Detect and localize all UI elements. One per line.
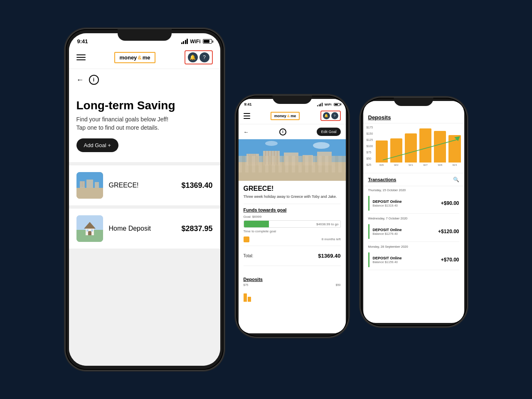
- chart-col-3: W/1: [405, 126, 417, 166]
- hamburger-menu[interactable]: [76, 54, 86, 60]
- battery-fill-2: [335, 104, 338, 105]
- svg-rect-29: [253, 154, 254, 165]
- greece-title: GREECE!: [244, 185, 341, 192]
- y-50: $50: [367, 157, 373, 160]
- hamburger-line-2-3: [244, 118, 250, 119]
- svg-rect-20: [303, 155, 313, 165]
- svg-rect-24: [271, 151, 272, 165]
- greece-image: [76, 172, 103, 199]
- svg-rect-7: [84, 181, 85, 187]
- svg-rect-28: [251, 154, 251, 165]
- svg-rect-13: [86, 229, 89, 232]
- phone-3-screen: Deposits $175 $150 $125 $100 $75 $50 $25…: [363, 101, 464, 323]
- signal-bar-2-3: [320, 103, 321, 106]
- info-button-2[interactable]: i: [279, 128, 286, 135]
- phones-container: 9:41 WiFi: [0, 0, 532, 399]
- battery-icon: [203, 39, 212, 44]
- add-goal-button[interactable]: Add Goal +: [76, 138, 118, 152]
- tx-info-1: DEPOSIT Online Balance $1319.40: [373, 200, 438, 207]
- signal-bars-2: [317, 103, 323, 106]
- hamburger-menu-2[interactable]: [244, 113, 250, 119]
- chart-bar-2: [390, 138, 402, 163]
- question-icon[interactable]: ?: [200, 52, 209, 62]
- wifi-icon: WiFi: [190, 39, 200, 44]
- chart-y-labels: $175 $150 $125 $100 $75 $50 $25: [367, 126, 373, 166]
- bell-icon[interactable]: 🔔: [188, 52, 198, 62]
- date-group-1: Thursday, 15 October 2020 DEPOSIT Online…: [363, 186, 464, 214]
- logo-box-2: money&me: [271, 112, 300, 120]
- svg-rect-30: [255, 154, 256, 165]
- chart-col-2: W/2: [390, 126, 402, 166]
- chart-bar-4: [419, 128, 431, 163]
- logo-amp-2: &: [287, 114, 290, 118]
- tx-type-3: DEPOSIT Online: [373, 256, 438, 260]
- y-100: $100: [367, 145, 373, 148]
- transactions-header: Transactions 🔍: [363, 173, 464, 186]
- back-arrow-2[interactable]: ←: [244, 129, 249, 135]
- status-icons-2: WiFi: [317, 103, 340, 106]
- home-image: [76, 215, 103, 242]
- logo-amp: &: [138, 54, 141, 61]
- phone2-content: GREECE! Three week holiday away to Greec…: [239, 139, 346, 333]
- total-row: Total: $1369.40: [244, 249, 341, 262]
- y-175: $175: [367, 126, 373, 129]
- chart-label-3: W/1: [409, 164, 413, 166]
- battery-fill: [204, 40, 209, 43]
- search-icon[interactable]: 🔍: [453, 177, 459, 182]
- page-subtitle: Find your financial goals below Jeff!Tap…: [76, 116, 213, 132]
- svg-rect-22: [265, 151, 266, 165]
- tx-info-3: DEPOSIT Online Balance $1159.40: [373, 256, 438, 264]
- tx-bar-1: [368, 196, 369, 211]
- hamburger-line-2-1: [244, 113, 250, 114]
- date-label-2: Wednesday, 7 October 2020: [368, 217, 459, 220]
- deposits-header: Deposits: [363, 109, 464, 123]
- hamburger-line-2-2: [244, 116, 250, 116]
- greece-desc: Three week holiday away to Greece with T…: [244, 194, 341, 200]
- svg-rect-27: [249, 154, 249, 165]
- tx-balance-2: Balance $1279.40: [373, 232, 435, 236]
- bell-icon-2[interactable]: 🔔: [323, 112, 330, 119]
- chart-bar-3: [405, 133, 417, 163]
- goal-card-greece[interactable]: GREECE! $1369.40: [69, 165, 220, 205]
- phone-1-notch: [118, 29, 172, 41]
- phone-2: 9:41 WiFi: [236, 96, 348, 337]
- chart-col-5: W/8: [434, 126, 446, 166]
- phone-1: 9:41 WiFi: [66, 29, 224, 370]
- progress-fill: [244, 221, 269, 227]
- chart-label-4: W/7: [423, 164, 428, 166]
- progress-remaining: $4638.99 to go: [316, 222, 338, 226]
- goal-name-greece: GREECE!: [109, 182, 176, 189]
- signal-bar-4: [187, 39, 188, 44]
- chart-col-4: W/7: [419, 126, 431, 166]
- question-icon-2[interactable]: ?: [331, 112, 338, 119]
- chart-label-2: W/2: [394, 164, 399, 166]
- edit-goal-button[interactable]: Edit Goal: [317, 128, 340, 136]
- back-arrow[interactable]: ←: [76, 76, 84, 84]
- goal-card-home[interactable]: Home Deposit $2837.95: [69, 209, 220, 249]
- time-bar: [244, 236, 249, 242]
- svg-rect-3: [86, 180, 93, 188]
- svg-rect-12: [88, 231, 91, 235]
- wifi-icon-2: WiFi: [325, 103, 332, 106]
- chart-label-5: W/8: [438, 164, 442, 166]
- greece-hero-svg: [239, 139, 346, 181]
- info-button[interactable]: i: [89, 75, 99, 85]
- total-amount: $1369.40: [318, 253, 340, 259]
- mini-chart: [244, 287, 341, 302]
- phone-1-screen: 9:41 WiFi: [69, 33, 220, 366]
- chart-bar-5: [434, 131, 446, 163]
- date-label-1: Thursday, 15 October 2020: [368, 188, 459, 192]
- svg-rect-19: [284, 153, 298, 165]
- svg-rect-4: [95, 182, 99, 188]
- signal-bar-1: [181, 42, 182, 44]
- svg-rect-17: [246, 154, 259, 165]
- page-title: Long-term Saving: [76, 99, 213, 112]
- hamburger-line-3: [76, 59, 86, 60]
- tx-type-2: DEPOSIT Online: [373, 228, 435, 232]
- chart-col-6: W/4: [448, 126, 461, 166]
- tx-amount-2: +$120.00: [438, 229, 459, 234]
- y-label-50: $50: [336, 283, 341, 286]
- hamburger-line-2: [76, 57, 86, 58]
- svg-rect-26: [277, 151, 278, 165]
- time-display-2: 9:41: [244, 102, 252, 106]
